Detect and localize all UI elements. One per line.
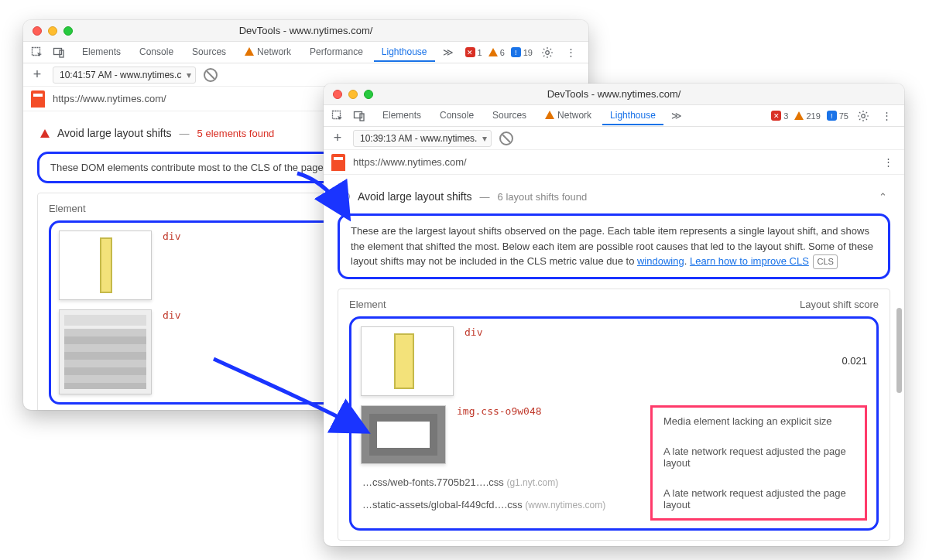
- window-title: DevTools - www.nytimes.com/: [324, 88, 904, 100]
- settings-gear-icon[interactable]: [855, 108, 872, 125]
- windowing-link[interactable]: windowing: [637, 255, 684, 267]
- warning-count[interactable]: 219: [794, 111, 820, 121]
- col-score: Layout shift score: [800, 299, 879, 310]
- audit-description: These DOM elements contribute most to th…: [50, 162, 326, 173]
- report-dropdown[interactable]: 10:41:57 AM - www.nytimes.c: [53, 67, 196, 84]
- chevron-up-icon[interactable]: ⌃: [879, 191, 887, 203]
- devtools-window-right: DevTools - www.nytimes.com/ Elements Con…: [324, 84, 904, 546]
- table-row[interactable]: img.css-o9w048: [361, 405, 636, 464]
- clear-icon[interactable]: [204, 68, 218, 82]
- learn-cls-link[interactable]: Learn how to improve CLS: [690, 255, 809, 267]
- inspect-icon[interactable]: [28, 43, 46, 62]
- issue-count-num: 19: [523, 48, 533, 57]
- audit-description-mid: .: [684, 255, 690, 267]
- issue-count[interactable]: ! 19: [511, 47, 533, 57]
- audit-subtitle: 5 elements found: [197, 128, 275, 139]
- audit-header[interactable]: Avoid large layout shifts — 6 layout shi…: [338, 183, 890, 210]
- warning-triangle-icon: [545, 111, 554, 119]
- issue-count[interactable]: ! 75: [827, 111, 848, 121]
- report-url: https://www.nytimes.com/: [53, 93, 166, 104]
- new-report-button[interactable]: +: [29, 67, 45, 83]
- list-item[interactable]: …css/web-fonts.7705b21….css (g1.nyt.com): [362, 476, 636, 488]
- error-count-num: 1: [478, 48, 482, 57]
- warning-count-num: 6: [500, 48, 505, 57]
- error-count-num: 3: [783, 111, 788, 121]
- settings-gear-icon[interactable]: [539, 44, 556, 61]
- description-callout: These are the largest layout shifts obse…: [338, 213, 890, 279]
- kebab-menu-icon[interactable]: ⋮: [878, 108, 895, 125]
- clear-icon[interactable]: [499, 131, 513, 145]
- window-title: DevTools - www.nytimes.com/: [23, 25, 588, 36]
- kebab-menu-icon[interactable]: ⋮: [562, 44, 579, 61]
- related-files: …css/web-fonts.7705b21….css (g1.nyt.com)…: [361, 476, 636, 510]
- details-callout: div 0.021 img.css-o9w048 …css/web-fonts.…: [349, 316, 879, 531]
- root-cause-item: A late network request adjusted the page…: [663, 446, 854, 469]
- tab-network-label: Network: [257, 46, 291, 57]
- root-cause-item: A late network request adjusted the page…: [663, 487, 854, 510]
- element-thumbnail: [59, 230, 152, 300]
- tab-elements[interactable]: Elements: [74, 43, 129, 62]
- table-row[interactable]: div 0.021: [361, 326, 867, 396]
- warning-triangle-icon: [794, 111, 804, 120]
- audit-fail-icon: [40, 129, 50, 138]
- col-element: Element: [49, 203, 86, 214]
- issue-count-num: 75: [839, 111, 848, 121]
- report-selector-row: + 10:39:13 AM - www.nytimes.: [324, 127, 904, 150]
- error-badge-icon: ✕: [771, 111, 781, 121]
- report-url-row: https://www.nytimes.com/ ⋮: [324, 150, 904, 175]
- error-count[interactable]: ✕ 1: [465, 47, 482, 57]
- report-content: Avoid large layout shifts — 6 layout shi…: [324, 175, 904, 546]
- svg-rect-1: [54, 48, 62, 54]
- issue-badge-icon: !: [827, 111, 837, 121]
- warning-count[interactable]: 6: [488, 48, 505, 57]
- svg-point-7: [862, 114, 866, 118]
- inspect-icon[interactable]: [328, 107, 347, 125]
- element-selector: div: [464, 326, 482, 338]
- new-report-button[interactable]: +: [330, 130, 345, 146]
- more-tabs-icon[interactable]: ≫: [667, 107, 687, 125]
- toolbar-right-cluster: ✕ 3 219 ! 75 ⋮: [771, 108, 900, 125]
- device-toggle-icon[interactable]: [350, 107, 369, 125]
- tab-elements[interactable]: Elements: [375, 107, 429, 125]
- error-badge-icon: ✕: [465, 47, 475, 57]
- titlebar: DevTools - www.nytimes.com/: [324, 84, 904, 105]
- tab-sources[interactable]: Sources: [485, 107, 534, 125]
- tab-lighthouse[interactable]: Lighthouse: [602, 107, 663, 125]
- file-name: …css/web-fonts.7705b21….css: [362, 476, 504, 488]
- root-cause-list: Media element lacking an explicit size A…: [663, 415, 854, 510]
- tab-console[interactable]: Console: [432, 107, 482, 125]
- root-causes-callout: Media element lacking an explicit size A…: [650, 405, 867, 521]
- warning-count-num: 219: [806, 111, 820, 121]
- warning-triangle-icon: [245, 47, 254, 56]
- tab-network[interactable]: Network: [237, 43, 299, 62]
- table-header-row: Element Layout shift score: [349, 299, 879, 310]
- file-host: (www.nytimes.com): [525, 500, 605, 510]
- lighthouse-logo-icon: [331, 154, 345, 171]
- panel-tabs: Elements Console Sources Network Perform…: [74, 43, 458, 62]
- scrollbar-thumb[interactable]: [896, 308, 902, 393]
- more-tabs-icon[interactable]: ≫: [438, 43, 458, 62]
- issue-badge-icon: !: [511, 47, 521, 57]
- list-item[interactable]: …static-assets/global-f449cfd….css (www.…: [362, 499, 636, 510]
- titlebar: DevTools - www.nytimes.com/: [23, 20, 588, 42]
- element-selector: img.css-o9w048: [457, 405, 542, 417]
- tab-console[interactable]: Console: [132, 43, 181, 62]
- error-count[interactable]: ✕ 3: [771, 111, 788, 121]
- warning-triangle-icon: [488, 48, 498, 56]
- devtools-toolbar: Elements Console Sources Network Lightho…: [324, 105, 904, 127]
- elements-panel: Element Layout shift score div 0.021 img…: [338, 289, 890, 541]
- report-url: https://www.nytimes.com/: [353, 156, 467, 168]
- element-selector: div: [163, 309, 180, 321]
- tab-performance[interactable]: Performance: [302, 43, 371, 62]
- lighthouse-logo-icon: [31, 90, 45, 108]
- devtools-toolbar: Elements Console Sources Network Perform…: [23, 42, 588, 63]
- tab-network[interactable]: Network: [537, 107, 599, 125]
- report-dropdown[interactable]: 10:39:13 AM - www.nytimes.: [353, 130, 492, 147]
- device-toggle-icon[interactable]: [50, 43, 68, 62]
- root-cause-item: Media element lacking an explicit size: [663, 415, 854, 427]
- tab-lighthouse[interactable]: Lighthouse: [374, 43, 435, 62]
- audit-title: Avoid large layout shifts: [358, 190, 472, 203]
- report-menu-icon[interactable]: ⋮: [879, 154, 896, 171]
- tab-sources[interactable]: Sources: [184, 43, 234, 62]
- tab-network-label: Network: [557, 110, 591, 121]
